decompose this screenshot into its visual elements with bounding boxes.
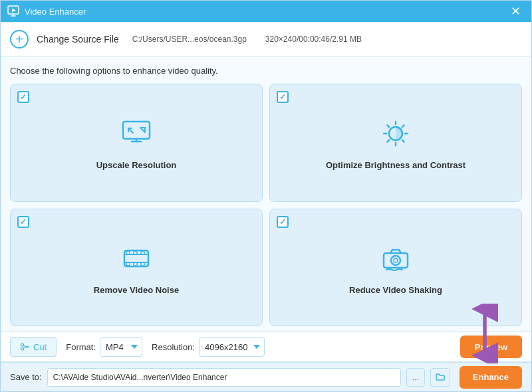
enhance-button[interactable]: Enhance bbox=[460, 366, 522, 389]
svg-point-23 bbox=[394, 258, 398, 262]
svg-line-5 bbox=[128, 128, 133, 133]
save-label: Save to: bbox=[10, 372, 42, 382]
instructions-text: Choose the following options to enhance … bbox=[10, 66, 522, 76]
svg-rect-19 bbox=[134, 262, 137, 266]
monitor-icon bbox=[119, 116, 154, 153]
option-noise[interactable]: Remove Video Noise bbox=[10, 209, 263, 327]
resolution-group: Resolution: 4096x2160 1920x1080 1280x720… bbox=[152, 337, 265, 357]
option-brightness[interactable]: Optimize Brightness and Contrast bbox=[269, 84, 522, 202]
scissors-icon bbox=[20, 342, 29, 351]
format-group: Format: MP4 AVI MOV MKV bbox=[66, 337, 142, 357]
format-select[interactable]: MP4 AVI MOV MKV bbox=[100, 337, 142, 357]
brightness-icon bbox=[378, 116, 413, 153]
save-path-dots-button[interactable]: ... bbox=[406, 368, 425, 387]
brightness-label: Optimize Brightness and Contrast bbox=[326, 160, 466, 170]
cut-button[interactable]: Cut bbox=[10, 337, 57, 357]
resolution-label: Resolution: bbox=[152, 342, 195, 352]
save-folder-button[interactable] bbox=[430, 368, 450, 387]
main-window: Video Enhancer ✕ + Change Source File C:… bbox=[0, 0, 532, 392]
svg-marker-1 bbox=[12, 9, 16, 12]
svg-rect-18 bbox=[126, 262, 130, 266]
svg-rect-17 bbox=[141, 251, 144, 254]
svg-line-8 bbox=[140, 128, 145, 132]
window-title: Video Enhancer bbox=[25, 7, 86, 17]
upscale-label: Upscale Resolution bbox=[96, 160, 177, 170]
save-path-display: C:\AVAide Studio\AVAid...nverter\Video E… bbox=[47, 368, 401, 387]
close-button[interactable]: ✕ bbox=[507, 4, 525, 19]
camera-icon bbox=[378, 241, 413, 278]
options-grid: Upscale Resolution bbox=[10, 84, 522, 326]
shaking-label: Reduce Video Shaking bbox=[349, 285, 442, 295]
svg-rect-20 bbox=[141, 262, 144, 266]
main-content: Choose the following options to enhance … bbox=[1, 56, 531, 332]
folder-icon bbox=[435, 372, 446, 383]
upscale-checkbox[interactable] bbox=[17, 91, 29, 103]
title-bar-left: Video Enhancer bbox=[7, 5, 86, 17]
option-shaking[interactable]: Reduce Video Shaking bbox=[269, 209, 522, 327]
noise-label: Remove Video Noise bbox=[94, 285, 179, 295]
svg-rect-16 bbox=[134, 251, 137, 254]
add-source-button[interactable]: + bbox=[10, 30, 29, 49]
source-file-info: 320×240/00:00:46/2.91 MB bbox=[265, 35, 362, 44]
save-bar: Save to: C:\AVAide Studio\AVAid...nverte… bbox=[1, 362, 531, 391]
brightness-checkbox[interactable] bbox=[277, 91, 289, 103]
svg-point-22 bbox=[391, 256, 400, 265]
preview-button[interactable]: Preview bbox=[460, 336, 522, 358]
source-file-path: C:/Users/USER...eos/ocean.3gp bbox=[132, 35, 247, 44]
change-source-label: Change Source File bbox=[37, 34, 119, 45]
shaking-checkbox[interactable] bbox=[277, 216, 289, 228]
option-upscale[interactable]: Upscale Resolution bbox=[10, 84, 263, 202]
film-icon bbox=[119, 241, 154, 278]
cut-label: Cut bbox=[33, 342, 47, 352]
format-label: Format: bbox=[66, 342, 96, 352]
title-bar: Video Enhancer ✕ bbox=[1, 1, 531, 22]
svg-rect-15 bbox=[126, 251, 130, 254]
app-icon bbox=[7, 5, 19, 17]
noise-checkbox[interactable] bbox=[17, 216, 29, 228]
toolbar: Cut Format: MP4 AVI MOV MKV Resolution: … bbox=[1, 332, 531, 362]
source-bar: + Change Source File C:/Users/USER...eos… bbox=[1, 22, 531, 56]
resolution-select[interactable]: 4096x2160 1920x1080 1280x720 640x480 bbox=[199, 337, 265, 357]
